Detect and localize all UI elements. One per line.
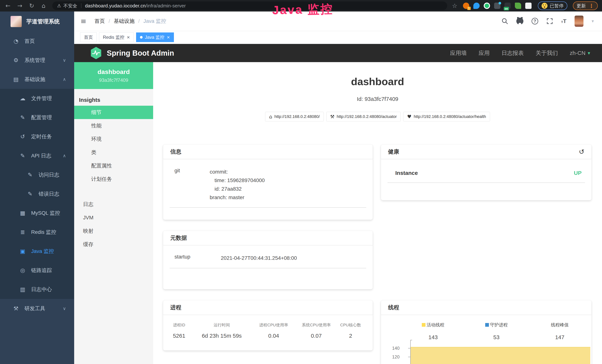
breadcrumb-home[interactable]: 首页: [95, 18, 105, 25]
sidebar-item-redis-monitor[interactable]: ≣ Redis 监控: [0, 223, 74, 242]
insights-section-title: Insights: [74, 94, 153, 106]
instance-name: dashboard: [97, 68, 130, 75]
extension-grid-icon[interactable]: [494, 3, 500, 9]
sidebar-item-java-monitor[interactable]: ▣ Java 监控: [0, 242, 74, 261]
sidebar-item-api-logs[interactable]: ✎ API 日志 ∧: [0, 146, 74, 165]
info-git-row: git commit: time: 1596289704000 id: 27aa…: [170, 159, 366, 208]
tab-redis-monitor[interactable]: Redis 监控 ×: [99, 32, 134, 42]
sidebar-item-access-logs[interactable]: ✎ 访问日志: [0, 165, 74, 184]
sidebar-item-config-mgmt[interactable]: ✎ 配置管理: [0, 108, 74, 127]
font-size-icon[interactable]: тT: [561, 18, 566, 24]
instance-nav-config-props[interactable]: 配置属性: [74, 159, 153, 172]
tab-home[interactable]: 首页: [80, 32, 97, 42]
sba-nav-journal[interactable]: 日志报表: [502, 49, 524, 57]
sidebar-item-scheduled-tasks[interactable]: ↺ 定时任务: [0, 127, 74, 146]
sidebar-item-label: Java 监控: [31, 248, 54, 255]
sba-nav-applications[interactable]: 应用: [479, 49, 490, 57]
collapse-sidebar-icon[interactable]: ≡: [80, 17, 86, 25]
sidebar-item-file-mgmt[interactable]: ☁ 文件管理: [0, 89, 74, 108]
instance-nav-logs[interactable]: 日志: [74, 198, 153, 211]
sidebar-item-label: 日志中心: [31, 286, 52, 293]
instance-nav-caches[interactable]: 缓存: [74, 238, 153, 251]
sidebar-item-label: 访问日志: [39, 171, 59, 178]
sba-locale-label: zh-CN: [570, 50, 585, 56]
avatar-caret-down-icon[interactable]: ▾: [592, 19, 594, 24]
card-title-text: 进程: [170, 304, 181, 311]
health-history-icon[interactable]: ↺: [579, 148, 584, 156]
sba-nav: 应用墙 应用 日志报表 关于我们 zh-CN ▾: [450, 49, 590, 57]
help-icon[interactable]: ?: [532, 18, 538, 24]
legend-label: 线程峰值: [551, 322, 569, 328]
tag-view-bar: 首页 Redis 监控 × Java 监控 ×: [74, 31, 602, 44]
sba-nav-wallboard[interactable]: 应用墙: [450, 49, 467, 57]
navbar-actions: ? тT ▾: [502, 16, 594, 27]
not-secure-warning-icon: ⚠: [57, 3, 61, 8]
extension-pin-icon[interactable]: [473, 3, 480, 9]
sidebar-item-error-logs[interactable]: ✎ 错误日志: [0, 184, 74, 203]
health-card: 健康 ↺ Instance UP: [381, 145, 591, 200]
instance-nav-scheduled-tasks[interactable]: 计划任务: [74, 172, 153, 186]
extension-toolbar: 1 on: [463, 3, 532, 9]
tab-java-monitor[interactable]: Java 监控 ×: [136, 32, 174, 42]
sidebar-item-system-mgmt[interactable]: ⚙ 系统管理 ∨: [0, 51, 74, 70]
url-divider: [81, 3, 81, 8]
service-url-button[interactable]: ⌂ http://192.168.0.2:48080/: [265, 112, 323, 121]
sidebar-item-mysql-monitor[interactable]: ▦ MySQL 监控: [0, 203, 74, 223]
instance-nav-environment[interactable]: 环境: [74, 132, 153, 146]
close-icon[interactable]: ×: [127, 35, 130, 40]
sba-nav-about[interactable]: 关于我们: [536, 49, 558, 57]
sidebar-item-label: 系统管理: [24, 57, 45, 64]
extension-colorzilla-icon[interactable]: 1: [463, 3, 469, 9]
browser-update-button[interactable]: 更新 ⋮: [573, 1, 598, 10]
sba-brand[interactable]: Spring Boot Admin: [90, 47, 174, 60]
instance-nav-details[interactable]: 细节: [74, 106, 153, 119]
process-table-header: 进程ID 运行时间 进程CPU使用率 系统CPU使用率 CPU核心数: [166, 322, 370, 328]
user-avatar[interactable]: [575, 16, 583, 27]
search-icon[interactable]: [502, 18, 508, 24]
github-icon[interactable]: [516, 18, 523, 25]
sidebar-item-log-center[interactable]: ▥ 日志中心: [0, 280, 74, 299]
sba-locale-select[interactable]: zh-CN ▾: [570, 50, 590, 56]
bookmark-star-icon[interactable]: ☆: [452, 2, 457, 9]
chevron-up-icon: ∧: [63, 77, 66, 82]
log-center-icon: ▥: [19, 286, 27, 293]
browser-forward-icon[interactable]: →: [16, 2, 24, 9]
browser-menu-dots-icon[interactable]: ⋮: [589, 3, 594, 9]
sidebar-item-home[interactable]: ◔ 首页: [0, 32, 74, 51]
browser-home-icon[interactable]: ⌂: [40, 2, 47, 9]
address-bar[interactable]: ⚠ 不安全 dashboard.yudao.iocoder.cn/infra/a…: [52, 1, 447, 10]
history-icon: ↺: [19, 133, 27, 140]
health-status-badge: UP: [574, 170, 582, 176]
legend-label: 活动线程: [427, 322, 444, 328]
instance-nav-jvm[interactable]: JVM: [74, 211, 153, 224]
sidebar-item-dev-tools[interactable]: ⚒ 研发工具 ∨: [0, 299, 74, 318]
instance-nav-metrics[interactable]: 性能: [74, 119, 153, 132]
page-title: dashboard: [153, 75, 602, 87]
chevron-down-icon: ∨: [63, 58, 66, 63]
top-navbar: ≡ 首页 / 基础设施 / Java 监控 ? тT ▾: [74, 11, 602, 31]
fullscreen-icon[interactable]: [546, 18, 553, 24]
actuator-url-button[interactable]: ⚒ http://192.168.0.2:48080/actuator: [326, 112, 401, 121]
instance-nav-mappings[interactable]: 映射: [74, 224, 153, 238]
extension-onetab-icon[interactable]: on: [505, 3, 511, 9]
health-url-button[interactable]: ♥ http://192.168.0.2:48080/actuator/heal…: [403, 112, 490, 121]
extension-y-icon[interactable]: [484, 3, 490, 9]
browser-reload-icon[interactable]: ↻: [28, 2, 36, 9]
threads-card-title: 线程: [381, 300, 591, 315]
sidebar-item-tracing[interactable]: ◎ 链路追踪: [0, 261, 74, 280]
col-uptime: 运行时间: [192, 322, 251, 328]
service-url: http://192.168.0.2:48080/: [274, 114, 320, 119]
home-icon: ⌂: [269, 114, 272, 119]
col-process-cpu: 进程CPU使用率: [251, 322, 296, 328]
extensions-puzzle-icon[interactable]: [525, 3, 532, 9]
instance-links: ⌂ http://192.168.0.2:48080/ ⚒ http://192…: [153, 112, 602, 121]
app-logo[interactable]: 芋道管理系统: [0, 11, 74, 32]
instance-nav-classes[interactable]: 类: [74, 146, 153, 159]
close-icon[interactable]: ×: [167, 35, 170, 40]
breadcrumb-infrastructure[interactable]: 基础设施: [114, 18, 135, 25]
uptime-value: 6d 23h 15m 59s: [192, 333, 251, 339]
extension-leaf-icon[interactable]: [515, 3, 521, 9]
browser-back-icon[interactable]: ←: [4, 2, 12, 9]
sidebar-item-infrastructure[interactable]: ▤ 基础设施 ∧: [0, 70, 74, 89]
tab-group-paused-chip[interactable]: 已暂停: [538, 1, 567, 10]
